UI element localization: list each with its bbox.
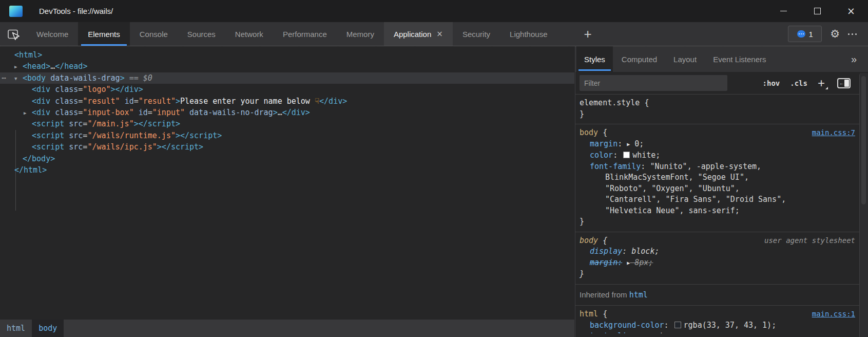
dom-tree-row[interactable]: <script src="/wails/ipc.js"></script> — [0, 141, 574, 153]
css-token: html — [580, 309, 598, 319]
feedback-button[interactable]: 1 — [788, 26, 822, 42]
inspect-cursor-icon — [7, 28, 21, 41]
code-token: src — [69, 119, 83, 128]
sidebar-tab-computed[interactable]: Computed — [614, 46, 665, 72]
new-style-rule-button[interactable]: + — [818, 76, 828, 90]
expand-arrow-icon[interactable]: ▶ — [24, 107, 26, 119]
code-token: "/wails/ipc.js" — [87, 142, 157, 152]
style-row[interactable]: font-family: "Nunito", -apple-system, — [575, 161, 859, 173]
dom-tree-row[interactable]: </body> — [0, 153, 574, 164]
scrollbar-thumb[interactable] — [861, 76, 866, 204]
code-token: "result" — [83, 97, 120, 106]
styles-sidebar: StylesComputedLayoutEvent Listeners » :h… — [575, 46, 868, 337]
style-row[interactable]: margin: ▶ 0; — [575, 139, 859, 151]
code-token: > — [120, 73, 125, 83]
dom-tree-row[interactable]: <html> — [0, 49, 574, 61]
css-token: margin — [590, 139, 618, 148]
dom-tree-row[interactable]: <script src="/wails/runtime.js"></script… — [0, 130, 574, 141]
dom-tree-row[interactable]: ▶<div class="input-box" id="input" data-… — [0, 107, 574, 118]
styles-filter-bar: :hov .cls + ← — [575, 72, 868, 95]
style-row[interactable]: margin: ▶ 8px; — [575, 257, 859, 269]
stylesheet-link[interactable]: main.css:1 — [812, 309, 855, 320]
style-row[interactable]: Inherited from html — [575, 289, 859, 301]
tab-network[interactable]: Network — [225, 22, 273, 46]
tab-application[interactable]: Application× — [384, 22, 453, 46]
css-token: margin: — [590, 258, 622, 267]
code-token: data-wails-no-drag — [189, 108, 273, 117]
tab-console[interactable]: Console — [130, 22, 178, 46]
stylesheet-origin-note: user agent stylesheet — [764, 235, 855, 247]
dom-tree-row[interactable]: </html> — [0, 164, 574, 176]
toggle-pseudo-state-button[interactable]: :hov — [763, 79, 780, 87]
row-actions-icon[interactable]: ⋯ — [2, 72, 7, 84]
inspect-element-button[interactable] — [0, 22, 27, 46]
dom-tree-row[interactable]: <div class="result" id="result">Please e… — [0, 96, 574, 107]
css-token: } — [580, 269, 584, 278]
styles-filter-input[interactable] — [580, 75, 727, 91]
style-row[interactable]: body {main.css:7 — [575, 127, 859, 139]
tab-label: Console — [140, 30, 168, 39]
css-token — [622, 258, 627, 267]
minimize-button[interactable] — [766, 0, 800, 22]
style-row[interactable]: BlinkMacSystemFont, "Segoe UI", — [575, 172, 859, 183]
collapse-arrow-icon[interactable]: ▼ — [14, 73, 17, 84]
dock-sidebar-toggle-icon[interactable]: ← — [837, 78, 851, 88]
breadcrumb-item-html[interactable]: html — [0, 320, 32, 337]
expand-shorthand-icon[interactable]: ▶ — [627, 139, 630, 150]
code-token: </div> — [282, 108, 310, 117]
close-button[interactable]: × — [834, 0, 868, 22]
style-row[interactable]: body {user agent stylesheet — [575, 235, 859, 247]
dom-tree-row[interactable]: ▶<head>…</head> — [0, 61, 574, 72]
style-row[interactable]: background-color: rgba(33, 37, 43, 1); — [575, 320, 859, 331]
more-options-icon[interactable] — [848, 33, 857, 35]
window-title: DevTools - file://wails/ — [39, 7, 113, 15]
tab-performance[interactable]: Performance — [273, 22, 337, 46]
code-token: Please enter your name below — [180, 97, 315, 106]
dom-tree-row[interactable]: <div class="logo"></div> — [0, 84, 574, 95]
tab-elements[interactable]: Elements — [78, 22, 130, 46]
code-token: <script — [32, 119, 69, 128]
tab-memory[interactable]: Memory — [337, 22, 384, 46]
code-token: <html> — [14, 50, 42, 60]
color-swatch[interactable] — [623, 152, 630, 158]
color-swatch[interactable] — [674, 322, 681, 328]
tab-security[interactable]: Security — [453, 22, 500, 46]
dom-tree-row[interactable]: <script src="/main.js"></script> — [0, 118, 574, 129]
style-row[interactable]: html {main.css:1 — [575, 309, 859, 320]
code-token: == $0 — [125, 73, 152, 83]
css-token: { — [598, 236, 607, 245]
sidebar-tab-event-listeners[interactable]: Event Listeners — [705, 46, 774, 72]
add-tab-button[interactable]: + — [576, 22, 599, 46]
style-row[interactable]: text-align: center; — [575, 331, 859, 333]
maximize-button[interactable] — [800, 0, 834, 22]
style-row[interactable]: color: white; — [575, 150, 859, 161]
settings-gear-icon[interactable]: ⚙ — [830, 29, 840, 40]
style-row[interactable]: } — [575, 109, 859, 120]
close-tab-icon[interactable]: × — [436, 29, 443, 39]
style-row[interactable]: } — [575, 216, 859, 228]
stylesheet-link[interactable]: main.css:7 — [812, 127, 855, 139]
styles-scrollbar[interactable] — [859, 73, 868, 337]
style-row[interactable]: display: block; — [575, 246, 859, 257]
style-row[interactable]: "Roboto", "Oxygen", "Ubuntu", — [575, 183, 859, 195]
sidebar-tab-layout[interactable]: Layout — [666, 46, 704, 72]
breadcrumb-item-body[interactable]: body — [32, 320, 64, 337]
tab-welcome[interactable]: Welcome — [27, 22, 78, 46]
tab-sources[interactable]: Sources — [178, 22, 225, 46]
title-bar: DevTools - file://wails/ × — [0, 0, 868, 22]
sidebar-tab-styles[interactable]: Styles — [576, 46, 613, 72]
code-token: <head> — [23, 62, 50, 71]
expand-shorthand-icon[interactable]: ▶ — [627, 257, 630, 269]
panel-tabs: WelcomeElementsConsoleSourcesNetworkPerf… — [27, 22, 557, 46]
tab-label: Welcome — [36, 30, 68, 39]
dom-tree-row[interactable]: ⋯▼<body data-wails-drag> == $0 — [0, 72, 574, 84]
style-row[interactable]: "Cantarell", "Fira Sans", "Droid Sans", — [575, 194, 859, 205]
expand-arrow-icon[interactable]: ▶ — [14, 61, 17, 72]
style-row[interactable]: element.style { — [575, 98, 859, 109]
more-tabs-chevron-icon[interactable]: » — [851, 46, 857, 72]
css-token: 0; — [630, 139, 644, 148]
style-row[interactable]: "Helvetica Neue", sans-serif; — [575, 205, 859, 217]
style-row[interactable]: } — [575, 269, 859, 280]
tab-lighthouse[interactable]: Lighthouse — [500, 22, 557, 46]
toggle-element-classes-button[interactable]: .cls — [790, 79, 807, 87]
